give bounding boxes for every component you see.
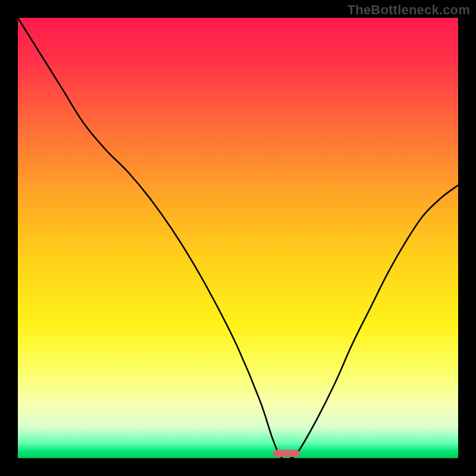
bottleneck-curve <box>18 18 458 458</box>
curve-path <box>18 18 458 458</box>
minimum-marker <box>273 450 299 457</box>
chart-frame: TheBottleneck.com <box>0 0 476 476</box>
watermark-text: TheBottleneck.com <box>347 2 470 18</box>
plot-area <box>18 18 458 458</box>
